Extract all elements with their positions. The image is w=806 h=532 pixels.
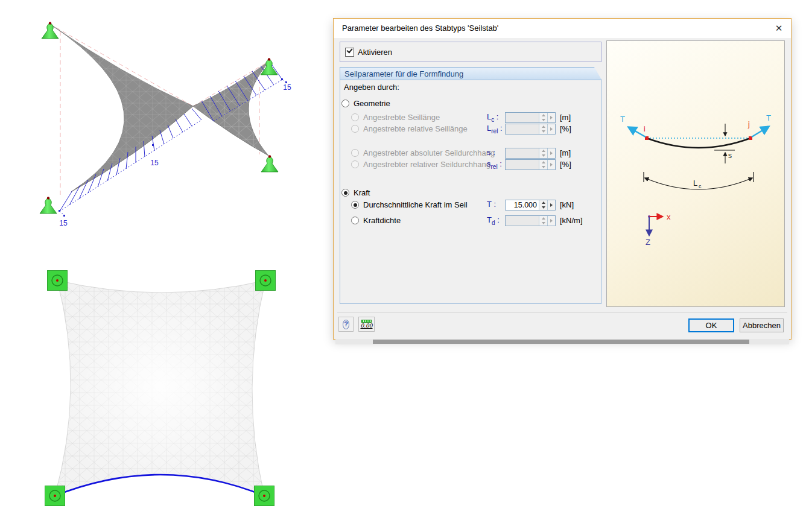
geometrie-radio[interactable]	[341, 100, 349, 107]
spinner[interactable]	[539, 160, 547, 169]
t-field	[505, 200, 556, 211]
units-icon-text: 0.00	[360, 323, 372, 329]
dialog-titlebar[interactable]: Parameter bearbeiten des Stabtyps 'Seils…	[334, 19, 791, 38]
membrane-sail-left[interactable]	[50, 24, 193, 192]
tension-arrow-left	[629, 127, 646, 137]
td-input[interactable]	[506, 216, 539, 226]
support-cone-bottom-right[interactable]	[261, 155, 278, 172]
close-icon: ✕	[775, 23, 783, 34]
detail-arrow-button[interactable]	[547, 124, 555, 134]
length-label: L	[693, 179, 697, 188]
ok-button[interactable]: OK	[688, 318, 734, 332]
section-title: Seilparameter für die Formfindung	[344, 69, 463, 78]
cable-curve	[647, 138, 750, 148]
radio-row-abs-durchhang[interactable]: Angestrebter absoluter Seildurchhang s :…	[351, 147, 598, 159]
rel-durchhang-radio[interactable]	[351, 160, 359, 168]
spinner[interactable]	[539, 148, 547, 158]
background-window-edge-shadow	[373, 340, 749, 344]
anchor-top-right[interactable]	[256, 271, 276, 291]
node-j-label: j	[747, 120, 750, 128]
radio-row-kraft[interactable]: Kraft	[341, 187, 370, 198]
kraft-im-seil-radio[interactable]	[351, 201, 359, 209]
view-plan-membrane	[45, 271, 276, 506]
kraftdichte-radio[interactable]	[351, 217, 359, 224]
t-input[interactable]	[506, 200, 539, 210]
radio-row-seillaenge[interactable]: Angestrebte Seillänge Lc : [m]	[351, 112, 598, 123]
t-detail-arrow-button[interactable]	[547, 200, 555, 210]
support-cone-top-left[interactable]	[42, 22, 59, 39]
dim-label-bottom-left: 15	[59, 219, 68, 227]
axis-z-label: Z	[646, 238, 650, 247]
axes: x Z	[646, 212, 671, 247]
support-cone-bottom-left[interactable]	[40, 197, 57, 214]
cable-sketch: i j T T s L c	[607, 41, 784, 306]
footer-separator	[337, 312, 787, 313]
aktivieren-label: Aktivieren	[358, 48, 392, 57]
node-i-label: i	[644, 125, 646, 133]
aktivieren-checkbox[interactable]	[345, 48, 354, 57]
spinner[interactable]	[539, 124, 547, 134]
detail-arrow-button[interactable]	[547, 216, 555, 226]
tension-label-right: T	[766, 113, 771, 122]
radio-row-geometrie[interactable]: Geometrie	[341, 98, 390, 109]
dialog-title: Parameter bearbeiten des Stabtyps 'Seils…	[342, 19, 498, 38]
sag-label: s	[728, 151, 732, 160]
abs-durchhang-field	[505, 148, 556, 159]
cancel-button[interactable]: Abbrechen	[740, 318, 784, 332]
help-icon: ?	[343, 320, 349, 329]
tension-label-left: T	[620, 115, 625, 124]
detail-arrow-button[interactable]	[547, 148, 555, 158]
abs-durchhang-radio[interactable]	[351, 149, 359, 157]
anchor-bottom-right[interactable]	[255, 486, 274, 506]
seillaenge-input[interactable]	[506, 113, 539, 122]
radio-row-kraftdichte[interactable]: Kraftdichte Td : [kN/m]	[351, 215, 598, 226]
rel-seillaenge-field	[505, 124, 556, 135]
radio-row-kraft-im-seil[interactable]: Durchschnittliche Kraft im Seil T : [kN]	[351, 199, 598, 211]
radio-row-rel-seillaenge[interactable]: Angestrebte relative Seillänge Lrel : [%…	[351, 123, 598, 135]
dim-label-top-right: 15	[283, 83, 291, 92]
anchor-top-left[interactable]	[48, 271, 68, 291]
help-button[interactable]: ?	[338, 317, 354, 332]
units-settings-button[interactable]: 0.00	[358, 317, 375, 332]
membrane-sail-right[interactable]	[193, 61, 270, 156]
kraft-label: Kraft	[354, 188, 370, 197]
seillaenge-radio[interactable]	[351, 113, 359, 121]
geometrie-label: Geometrie	[354, 99, 390, 108]
section-header: Seilparameter für die Formfindung	[340, 67, 601, 80]
dialog-seilstab-parameters: Parameter bearbeiten des Stabtyps 'Seils…	[333, 18, 792, 340]
kraft-radio[interactable]	[341, 189, 349, 197]
rel-seillaenge-radio[interactable]	[351, 125, 359, 133]
activate-groupbox: Aktivieren	[340, 42, 601, 62]
detail-arrow-button[interactable]	[547, 113, 555, 122]
abs-durchhang-input[interactable]	[506, 148, 539, 158]
axis-x-label: x	[667, 212, 671, 221]
membrane-plan[interactable]	[46, 280, 276, 496]
close-button[interactable]: ✕	[772, 22, 786, 35]
view-3d-hypar: 15 15 15	[40, 22, 291, 227]
section-body: Angeben durch: Geometrie Angestrebte Sei…	[340, 80, 601, 304]
detail-arrow-button[interactable]	[547, 160, 555, 169]
model-viewports: 15 15 15	[0, 0, 326, 532]
td-field	[505, 215, 556, 226]
length-label-sub: c	[699, 183, 702, 189]
tension-arrow-right	[752, 127, 769, 137]
seillaenge-field	[505, 112, 556, 123]
rel-durchhang-field	[505, 159, 556, 170]
rel-seillaenge-input[interactable]	[506, 124, 539, 134]
dim-label-center: 15	[150, 159, 159, 167]
background-window-edge	[335, 339, 789, 344]
specify-by-label: Angeben durch:	[344, 81, 399, 93]
anchor-bottom-left[interactable]	[45, 486, 65, 506]
spinner[interactable]	[539, 113, 547, 122]
spinner[interactable]	[539, 216, 547, 226]
t-spinner[interactable]	[539, 200, 547, 210]
radio-row-rel-durchhang[interactable]: Angestrebter relativer Seildurchhang sre…	[351, 159, 598, 170]
cable-sketch-panel: i j T T s L c	[606, 40, 785, 307]
rel-durchhang-input[interactable]	[506, 160, 539, 169]
